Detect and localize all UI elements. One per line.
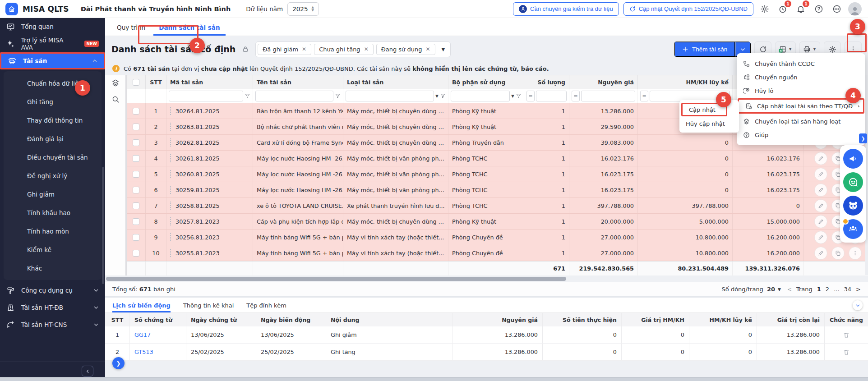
sidebar-item-tai-san[interactable]: Tài sản (0, 52, 105, 69)
funnel-icon[interactable] (440, 93, 446, 99)
sidebar-item-tinh-khau-hao[interactable]: Tính khấu hao (4, 203, 102, 222)
select-all-checkbox[interactable] (133, 79, 139, 86)
chat-support-icon[interactable] (843, 172, 863, 192)
horizontal-scrollbar[interactable] (105, 275, 868, 282)
funnel-icon[interactable] (516, 93, 522, 99)
lock-icon[interactable] (242, 46, 249, 53)
equals-operator[interactable]: = (526, 91, 535, 101)
caret-icon[interactable]: ▼ (435, 94, 439, 98)
edit-row-button[interactable] (814, 168, 827, 181)
duplicate-row-button[interactable] (831, 247, 845, 260)
sidebar-item-tai-san-ht-db[interactable]: Tài sản HT-ĐB (0, 299, 105, 316)
sidebar-item-tai-san-ht-cns[interactable]: Tài sản HT-CNS (0, 316, 105, 333)
history-row[interactable]: 1 GG17 13/06/2025 13/06/2025 Ghi giảm 13… (105, 326, 868, 344)
close-icon[interactable]: ✕ (302, 46, 306, 52)
table-row[interactable]: 4 30261.81.2025 Máy lọc nước Haosing HM … (127, 151, 868, 166)
col-header-ma-tai-san[interactable]: Mã tài sản (166, 75, 253, 89)
col-header-nguyen-gia[interactable]: Nguyên giá (569, 75, 638, 89)
filter-input-nguyen-gia[interactable] (581, 91, 635, 101)
bottom-panel-expander[interactable]: ❯ (112, 357, 125, 369)
misa-bot-icon[interactable] (843, 196, 863, 216)
history-row[interactable]: 2 GT513 25/02/2025 25/02/2025 Ghi tăng 1… (105, 344, 868, 361)
more-options-icon[interactable] (830, 2, 844, 16)
update-decision-button[interactable]: Cập nhật Quyết định 152/2025/QĐ-UBND (623, 2, 753, 16)
voucher-link[interactable]: GT513 (134, 349, 153, 355)
menu-item-chuyen-loai-hang-loat[interactable]: Chuyển loại tài sản hàng loạt (737, 115, 865, 128)
col-header-loai-tai-san[interactable]: Loại tài sản (343, 75, 448, 89)
prev-page-button[interactable]: < (787, 286, 792, 293)
close-icon[interactable]: ✕ (425, 46, 430, 52)
sidebar-item-danh-gia-lai[interactable]: Đánh giá lại (4, 129, 102, 148)
help-icon[interactable] (812, 2, 826, 16)
filter-input-ma[interactable] (169, 91, 243, 101)
col-header-ten-tai-san[interactable]: Tên tài sản (253, 75, 343, 89)
sidebar-item-dieu-chuyen-tai-san[interactable]: Điều chuyển tài sản (4, 148, 102, 166)
filter-chip[interactable]: Chưa ghi tăng✕ (314, 44, 374, 55)
search-icon[interactable] (111, 95, 120, 103)
col-header-so-luong[interactable]: Số lượng (524, 75, 569, 89)
table-row[interactable]: 10 30255.81.2023 Máy tính bảng Wifi 5G +… (127, 245, 868, 261)
row-more-button[interactable] (849, 247, 862, 260)
sidebar-item-tong-quan[interactable]: Tổng quan (0, 18, 105, 35)
community-people-icon[interactable] (843, 219, 863, 239)
delete-row-button[interactable] (843, 332, 850, 338)
edit-row-button[interactable] (814, 247, 827, 260)
page-1[interactable]: 1 (817, 286, 821, 293)
layers-icon[interactable] (111, 79, 120, 87)
notification-bell-icon[interactable]: 1 (794, 2, 808, 16)
row-checkbox[interactable] (133, 187, 139, 193)
sidebar-item-cong-cu-dung-cu[interactable]: Công cụ dụng cụ (0, 282, 105, 299)
col-header-stt[interactable]: STT (146, 75, 166, 89)
tab-quy-trinh[interactable]: Quy trình (111, 24, 151, 36)
filter-input-ten[interactable] (255, 91, 333, 101)
settings-gear-icon[interactable] (758, 2, 771, 16)
row-checkbox[interactable] (133, 218, 139, 225)
sidebar-item-de-nghi-xu-ly[interactable]: Đề nghị xử lý (4, 166, 102, 185)
user-avatar[interactable] (848, 2, 862, 16)
sidebar-item-ghi-tang[interactable]: Ghi tăng (4, 92, 102, 111)
row-checkbox[interactable] (133, 171, 139, 178)
page-last[interactable]: 34 (844, 286, 852, 293)
page-2[interactable]: 2 (826, 286, 829, 293)
table-row[interactable]: 9 30256.81.2023 Máy tính bảng Wifi 5G + … (127, 230, 868, 245)
edit-row-button[interactable] (814, 231, 827, 244)
expert-check-button[interactable]: Cần chuyên gia kiểm tra dữ liệu (513, 2, 619, 16)
funnel-icon[interactable] (245, 93, 250, 99)
row-checkbox[interactable] (133, 155, 139, 162)
table-row[interactable]: 7 30258.81.2025 xe ô tô TOYOTA LAND CRUI… (127, 198, 868, 214)
table-row[interactable]: 5 30260.81.2025 Máy lọc nước Haosing HM … (127, 166, 868, 182)
filter-chip[interactable]: Đã ghi giảm✕ (258, 44, 311, 55)
chip-dropdown-caret-icon[interactable]: ▼ (438, 47, 449, 52)
panel-collapse-button[interactable] (853, 300, 863, 310)
menu-item-giup[interactable]: Giúp (737, 128, 865, 142)
row-checkbox[interactable] (133, 124, 139, 130)
spinner-arrows-icon[interactable]: ▲▼ (312, 6, 314, 12)
edit-row-button[interactable] (814, 184, 827, 197)
edit-row-button[interactable] (814, 199, 827, 212)
announcement-megaphone-icon[interactable] (843, 149, 863, 169)
add-asset-button[interactable]: Thêm tài sản (674, 41, 735, 57)
row-checkbox[interactable] (133, 234, 139, 241)
sidebar-item-kiem-ke[interactable]: Kiểm kê (4, 240, 102, 259)
table-row[interactable]: 6 30259.81.2025 Máy lọc nước Haosing HM … (127, 182, 868, 198)
scrollbar-thumb[interactable] (106, 277, 566, 281)
sidebar-item-tinh-hao-mon[interactable]: Tính hao mòn (4, 222, 102, 240)
tab-danh-sach-tai-san[interactable]: Danh sách tài sản (153, 24, 225, 36)
delete-row-button[interactable] (843, 349, 850, 355)
menu-item-cap-nhat-loai-tai-san[interactable]: Cập nhật loại tài sản theo TT/QĐ › (738, 98, 864, 114)
row-checkbox[interactable] (133, 202, 139, 209)
close-icon[interactable]: ✕ (364, 46, 369, 52)
row-checkbox[interactable] (133, 108, 139, 115)
tab-tep-dinh-kem[interactable]: Tệp đính kèm (246, 302, 286, 312)
history-clock-icon[interactable]: 1 (776, 2, 790, 16)
menu-item-chuyen-nguon[interactable]: Chuyển nguồn (737, 70, 865, 84)
col-header-bo-phan[interactable]: Bộ phận sử dụng (448, 75, 524, 89)
tab-thong-tin-ke-khai[interactable]: Thông tin kê khai (183, 302, 234, 312)
funnel-icon[interactable] (335, 93, 341, 99)
right-panel-expander[interactable]: ❯ (859, 133, 867, 143)
year-spinner[interactable]: 2025 ▲▼ (287, 2, 319, 16)
equals-operator[interactable]: = (572, 91, 580, 101)
tab-lich-su-bien-dong[interactable]: Lịch sử biến động (112, 302, 171, 312)
voucher-link[interactable]: GG17 (134, 331, 151, 338)
row-checkbox[interactable] (133, 139, 139, 146)
